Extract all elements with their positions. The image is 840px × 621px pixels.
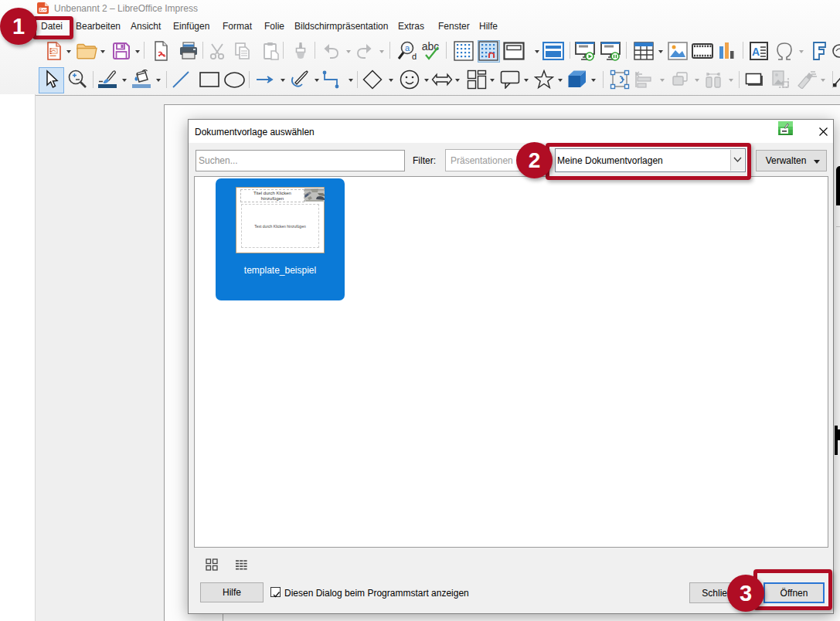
svg-text:abc: abc — [422, 41, 440, 53]
svg-text:d: d — [412, 52, 417, 61]
svg-text:a: a — [405, 43, 410, 53]
svg-text:A: A — [752, 46, 760, 58]
